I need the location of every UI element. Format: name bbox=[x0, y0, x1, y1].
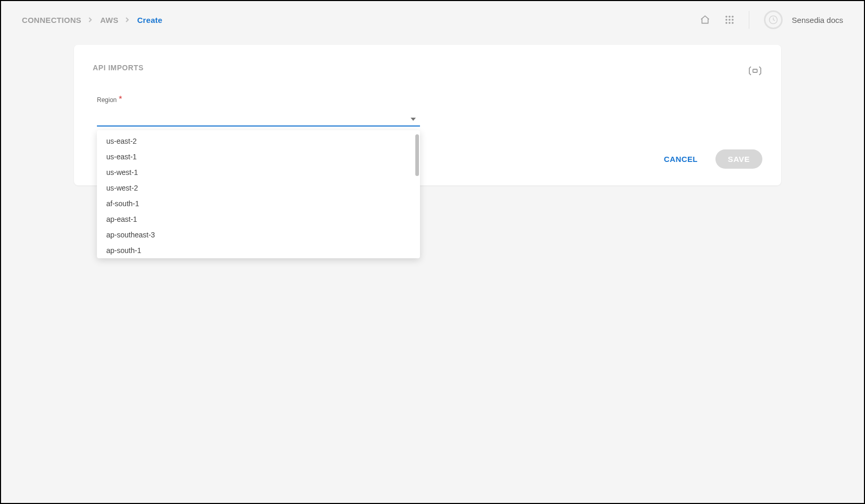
top-right-controls: Sensedia docs bbox=[700, 10, 843, 29]
dropdown-option[interactable]: us-west-1 bbox=[97, 165, 420, 180]
apps-grid-icon[interactable] bbox=[725, 15, 734, 24]
svg-point-6 bbox=[725, 22, 727, 24]
page-wrapper: CONNECTIONS AWS Create bbox=[1, 1, 864, 503]
dropdown-option[interactable]: ap-southeast-3 bbox=[97, 227, 420, 243]
dropdown-option[interactable]: us-east-1 bbox=[97, 149, 420, 165]
card-actions: CANCEL SAVE bbox=[664, 149, 762, 169]
dropdown-option[interactable]: us-east-2 bbox=[97, 133, 420, 149]
api-imports-card: API IMPORTS Region* bbox=[74, 45, 781, 185]
svg-point-7 bbox=[728, 22, 731, 24]
required-mark: * bbox=[119, 95, 122, 104]
region-field: Region* us-east-2 us-east-1 us-west-1 us… bbox=[97, 95, 762, 127]
region-dropdown: us-east-2 us-east-1 us-west-1 us-west-2 … bbox=[97, 130, 420, 258]
region-select[interactable]: us-east-2 us-east-1 us-west-1 us-west-2 … bbox=[97, 108, 420, 127]
svg-point-3 bbox=[725, 19, 727, 21]
top-bar: CONNECTIONS AWS Create bbox=[1, 3, 864, 36]
breadcrumb-link-aws[interactable]: AWS bbox=[100, 16, 118, 24]
dropdown-option[interactable]: ap-east-1 bbox=[97, 211, 420, 227]
svg-point-2 bbox=[732, 16, 734, 18]
chevron-right-icon bbox=[89, 17, 93, 22]
api-bridge-icon bbox=[748, 64, 762, 80]
breadcrumb: CONNECTIONS AWS Create bbox=[22, 16, 163, 24]
save-button[interactable]: SAVE bbox=[715, 149, 762, 169]
dropdown-option[interactable]: ap-south-1 bbox=[97, 243, 420, 258]
svg-point-1 bbox=[728, 16, 731, 18]
svg-point-5 bbox=[732, 19, 734, 21]
form-area: Region* us-east-2 us-east-1 us-west-1 us… bbox=[93, 95, 762, 127]
svg-point-0 bbox=[725, 16, 727, 18]
card-header: API IMPORTS bbox=[93, 64, 762, 80]
cancel-button[interactable]: CANCEL bbox=[664, 155, 698, 163]
region-label: Region bbox=[97, 96, 117, 104]
chevron-right-icon bbox=[126, 17, 130, 22]
breadcrumb-link-connections[interactable]: CONNECTIONS bbox=[22, 16, 81, 24]
avatar bbox=[764, 10, 783, 29]
username-label: Sensedia docs bbox=[792, 16, 843, 24]
vertical-divider bbox=[749, 11, 749, 29]
dropdown-option[interactable]: us-west-2 bbox=[97, 180, 420, 196]
svg-rect-9 bbox=[753, 69, 757, 72]
breadcrumb-current: Create bbox=[137, 16, 163, 24]
region-input[interactable] bbox=[97, 108, 420, 127]
dropdown-scrollbar[interactable] bbox=[415, 134, 419, 176]
dropdown-option[interactable]: af-south-1 bbox=[97, 196, 420, 211]
user-block[interactable]: Sensedia docs bbox=[764, 10, 843, 29]
svg-point-4 bbox=[728, 19, 731, 21]
svg-point-8 bbox=[732, 22, 734, 24]
card-title: API IMPORTS bbox=[93, 64, 144, 72]
home-icon[interactable] bbox=[700, 15, 710, 25]
